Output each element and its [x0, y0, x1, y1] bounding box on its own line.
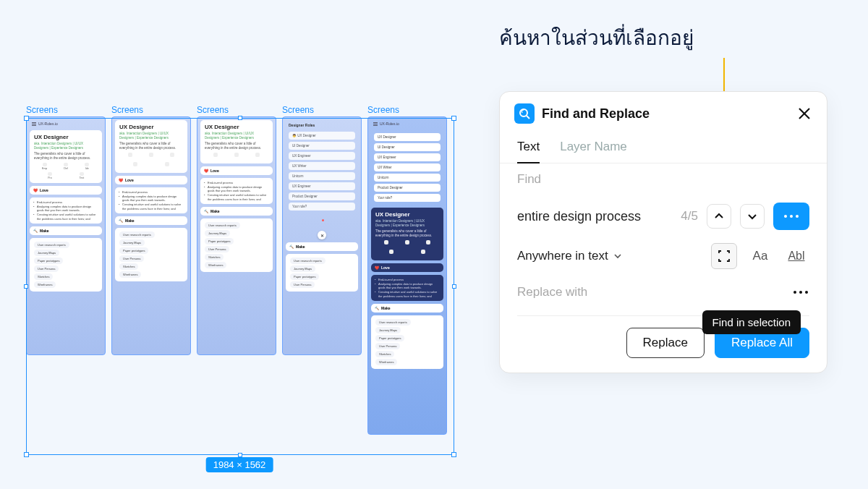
svg-point-9	[805, 291, 808, 294]
selection-icon	[717, 249, 731, 263]
frame-label: Screens	[282, 105, 362, 115]
find-replace-panel: Find and Replace Text Layer Name Find en…	[499, 91, 827, 373]
selection-handle[interactable]	[451, 452, 456, 457]
selection-handle[interactable]	[452, 284, 456, 289]
match-case-toggle[interactable]: Aa	[747, 243, 773, 269]
panel-title: Find and Replace	[542, 106, 789, 122]
selection-dimensions: 1984 × 1562	[206, 457, 273, 472]
find-in-selection-toggle[interactable]	[711, 243, 737, 269]
replace-button[interactable]: Replace	[626, 328, 705, 358]
find-label: Find	[517, 172, 809, 187]
svg-line-1	[527, 116, 529, 119]
frame-label: Screens	[367, 105, 447, 115]
prev-result-button[interactable]	[707, 204, 731, 229]
canvas-area[interactable]: Screens UX-Roles.io UX Designer aka. Int…	[26, 105, 453, 435]
annotation-title: ค้นหาในส่วนที่เลือกอยู่	[499, 22, 694, 54]
selection-handle[interactable]	[24, 284, 28, 289]
find-input[interactable]: entire design process	[517, 209, 672, 224]
find-options-button[interactable]	[773, 203, 809, 230]
close-button[interactable]	[796, 106, 812, 122]
chevron-down-icon	[613, 251, 623, 261]
frame-label: Screens	[197, 105, 276, 115]
find-replace-icon	[514, 103, 535, 124]
svg-point-4	[784, 215, 787, 218]
svg-point-6	[796, 215, 799, 218]
frame-label: Screens	[26, 105, 106, 115]
svg-point-8	[799, 291, 802, 294]
next-result-button[interactable]	[740, 204, 765, 229]
selection-handle[interactable]	[451, 116, 456, 121]
selection-handle[interactable]	[238, 116, 242, 120]
replace-options-button[interactable]	[792, 289, 809, 295]
tab-text[interactable]: Text	[517, 134, 540, 163]
frames-row: Screens UX-Roles.io UX Designer aka. Int…	[26, 105, 453, 435]
selection-handle[interactable]	[24, 452, 29, 457]
tabs: Text Layer Name	[500, 134, 827, 163]
replace-input[interactable]: Replace with	[517, 285, 587, 299]
svg-point-5	[790, 215, 793, 218]
svg-point-7	[793, 291, 796, 294]
search-scope-select[interactable]: Anywhere in text	[517, 249, 623, 263]
tab-layer-name[interactable]: Layer Name	[560, 134, 627, 163]
tooltip: Find in selection	[702, 310, 801, 334]
selection-handle[interactable]	[24, 116, 29, 121]
frame-label: Screens	[111, 105, 191, 115]
result-counter: 4/5	[681, 209, 698, 224]
whole-word-toggle[interactable]: Abl	[783, 243, 809, 269]
